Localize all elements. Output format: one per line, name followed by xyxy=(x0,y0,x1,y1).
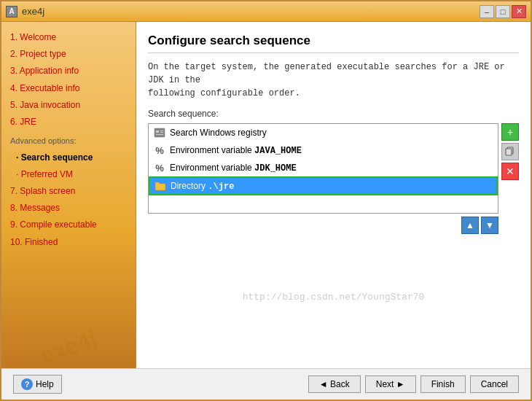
cancel-button[interactable]: Cancel xyxy=(470,375,519,393)
seq-item-dir-jre-text: Directory .\jre xyxy=(171,181,234,192)
sidebar-item-pref-vm[interactable]: · Preferred VM xyxy=(7,166,130,183)
help-button[interactable]: ? Help xyxy=(13,375,62,394)
bottom-bar: ? Help ◄ Back Next ► Finish Cancel xyxy=(1,368,531,400)
folder-icon xyxy=(154,180,166,192)
main-window: A exe4j – □ ✕ 1. Welcome 2. Project type… xyxy=(0,0,532,401)
sidebar-item-exe-info[interactable]: 4. Executable info xyxy=(7,80,130,97)
sidebar-watermark: exe4j xyxy=(1,312,136,368)
sidebar-item-project-type[interactable]: 2. Project type xyxy=(7,46,130,63)
sidebar-item-messages[interactable]: 8. Messages xyxy=(7,200,130,217)
sidebar: 1. Welcome 2. Project type 3. Applicatio… xyxy=(1,22,136,368)
svg-rect-6 xyxy=(506,149,512,155)
minimize-button[interactable]: – xyxy=(480,5,494,18)
sidebar-item-finished[interactable]: 10. Finished xyxy=(7,234,130,251)
seq-item-jdk-home[interactable]: % Environment variable JDK_HOME xyxy=(149,159,498,176)
copy-entry-button[interactable] xyxy=(501,143,519,160)
seq-item-jdk-home-text: Environment variable JDK_HOME xyxy=(170,163,297,174)
help-label: Help xyxy=(36,379,54,389)
title-bar-controls: – □ ✕ xyxy=(480,5,526,18)
percent-icon-jdk: % xyxy=(154,162,165,174)
svg-rect-1 xyxy=(156,131,159,133)
bottom-right: ◄ Back Next ► Finish Cancel xyxy=(308,375,519,393)
back-button[interactable]: ◄ Back xyxy=(308,375,361,393)
window-title: exe4j xyxy=(22,6,44,17)
title-bar: A exe4j – □ ✕ xyxy=(1,1,531,22)
sidebar-item-splash[interactable]: 7. Splash screen xyxy=(7,183,130,200)
seq-item-java-home[interactable]: % Environment variable JAVA_HOME xyxy=(149,141,498,159)
seq-item-registry-text: Search Windows registry xyxy=(170,128,267,138)
move-down-button[interactable]: ▼ xyxy=(481,217,498,234)
sequence-list: Search Windows registry % Environment va… xyxy=(148,123,498,214)
panel-description: On the target system, the generated exec… xyxy=(148,61,519,100)
title-bar-left: A exe4j xyxy=(6,6,44,17)
panel-title: Configure search sequence xyxy=(148,34,519,53)
main-content: 1. Welcome 2. Project type 3. Applicatio… xyxy=(1,22,531,368)
add-entry-button[interactable]: + xyxy=(501,123,519,141)
maximize-button[interactable]: □ xyxy=(496,5,510,18)
sidebar-item-compile[interactable]: 9. Compile executable xyxy=(7,217,130,233)
sidebar-item-welcome[interactable]: 1. Welcome xyxy=(7,29,130,46)
sidebar-item-jre[interactable]: 6. JRE xyxy=(7,114,130,131)
svg-rect-4 xyxy=(156,134,163,135)
seq-action-buttons: + ✕ xyxy=(501,123,519,214)
sidebar-item-app-info[interactable]: 3. Application info xyxy=(7,63,130,79)
svg-rect-3 xyxy=(160,132,163,133)
seq-item-java-home-text: Environment variable JAVA_HOME xyxy=(170,145,302,156)
help-icon: ? xyxy=(21,378,33,390)
svg-rect-2 xyxy=(160,131,163,131)
delete-entry-button[interactable]: ✕ xyxy=(501,163,519,180)
next-button[interactable]: Next ► xyxy=(365,375,416,393)
move-up-button[interactable]: ▲ xyxy=(461,217,479,234)
registry-icon xyxy=(154,127,165,139)
bottom-left: ? Help xyxy=(13,375,62,394)
panel-watermark: http://blog.csdn.net/YoungStar70 xyxy=(148,237,519,357)
sidebar-item-java-invoke[interactable]: 5. Java invocation xyxy=(7,97,130,114)
percent-icon-java: % xyxy=(154,144,165,156)
finish-button[interactable]: Finish xyxy=(420,375,466,393)
sidebar-advanced-label: Advanced options: xyxy=(7,133,130,149)
sidebar-item-search-seq[interactable]: · Search sequence xyxy=(7,149,130,166)
app-icon: A xyxy=(6,6,17,17)
right-panel: Configure search sequence On the target … xyxy=(136,22,531,368)
seq-label: Search sequence: xyxy=(148,109,519,119)
seq-item-registry[interactable]: Search Windows registry xyxy=(149,124,498,141)
seq-item-dir-jre[interactable]: Directory .\jre xyxy=(149,176,498,195)
close-button[interactable]: ✕ xyxy=(512,5,526,18)
